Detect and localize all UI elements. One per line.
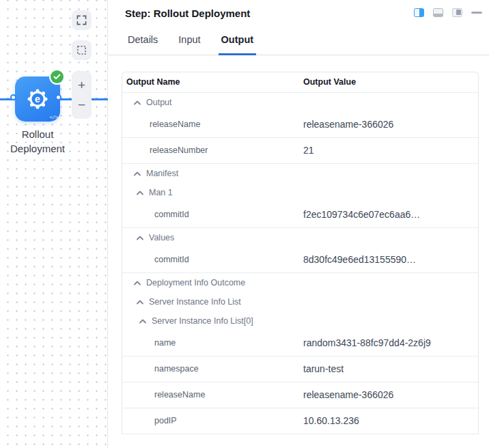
table-row[interactable]: Server Instance Info List[0] xyxy=(122,311,478,331)
group-label: Server Instance Info List[0] xyxy=(152,316,253,326)
group-label: Deployment Info Outcome xyxy=(146,278,245,288)
table-row[interactable]: Man 1 xyxy=(122,183,478,202)
column-header-output-value: Output Value xyxy=(303,77,478,87)
table-row: namerandom3431-88fc97dd4-2z6j9 xyxy=(122,331,478,356)
tab-bar: Details Input Output xyxy=(108,20,489,55)
output-value: f2ec109734c6e07ec6aa6… xyxy=(303,206,440,224)
group-label: Output xyxy=(146,98,172,107)
chevron-up-icon[interactable] xyxy=(137,300,143,305)
group-label: Man 1 xyxy=(149,188,173,197)
table-row[interactable]: Manifest xyxy=(122,164,478,183)
chevron-up-icon[interactable] xyxy=(137,236,143,240)
chevron-up-icon[interactable] xyxy=(134,281,141,285)
chevron-up-icon[interactable] xyxy=(134,100,141,105)
zoom-controls: + − xyxy=(72,71,92,119)
table-row[interactable]: Values xyxy=(122,228,478,247)
table-row: releaseNumber21 xyxy=(122,138,478,164)
table-row[interactable]: Deployment Info Outcome xyxy=(122,273,478,292)
output-table-body: OutputreleaseNamereleasename-366026relea… xyxy=(122,93,478,434)
output-value: releasename-366026 xyxy=(303,386,440,404)
output-value: releasename-366026 xyxy=(303,115,440,134)
output-name-label: commitId xyxy=(122,206,303,224)
fullscreen-icon xyxy=(76,15,87,25)
output-name-label: releaseNumber xyxy=(122,141,303,160)
chevron-up-icon[interactable] xyxy=(137,191,143,195)
output-name-label: namespace xyxy=(122,360,303,378)
zoom-in-button[interactable]: + xyxy=(72,77,92,94)
node-input-port[interactable] xyxy=(10,94,16,100)
table-row: releaseNamereleasename-366026 xyxy=(122,112,478,138)
group-label: Manifest xyxy=(146,169,178,178)
node-output-port[interactable] xyxy=(55,94,61,100)
table-row[interactable]: Server Instance Info List xyxy=(122,292,478,311)
node-label: Rollout Deployment xyxy=(2,127,73,156)
tab-output[interactable]: Output xyxy=(219,34,257,55)
table-row: commitIdf2ec109734c6e07ec6aa6… xyxy=(122,202,478,228)
output-name-label: releaseName xyxy=(122,386,303,404)
output-table: Output Name Output Value OutputreleaseNa… xyxy=(122,72,479,434)
group-label: Server Instance Info List xyxy=(149,297,241,307)
table-row[interactable]: Output xyxy=(122,93,478,112)
app-window: e </> Rollout Deployment + − xyxy=(0,0,489,448)
code-icon: </> xyxy=(50,114,57,120)
svg-text:e: e xyxy=(35,94,40,104)
output-name-label: commitId xyxy=(122,251,303,269)
pipeline-canvas[interactable]: e </> Rollout Deployment + − xyxy=(0,0,108,448)
marquee-select-button[interactable] xyxy=(72,40,92,60)
panel-title: Step: Rollout Deployment xyxy=(125,6,250,19)
layout-bottom-panel-icon[interactable] xyxy=(433,8,443,17)
step-detail-panel: Step: Rollout Deployment Details Input O… xyxy=(108,0,489,448)
table-row: namespacetarun-test xyxy=(122,356,478,382)
tab-details[interactable]: Details xyxy=(125,34,160,55)
table-row: podIP10.60.13.236 xyxy=(122,408,478,434)
zoom-out-button[interactable]: − xyxy=(72,97,92,113)
output-name-label: releaseName xyxy=(122,115,303,134)
table-row: releaseNamereleasename-366026 xyxy=(122,382,478,408)
collapse-panel-icon[interactable] xyxy=(471,12,482,14)
fit-view-button[interactable] xyxy=(72,10,92,30)
table-row: commitId8d30fc49e6ed13155590… xyxy=(122,247,478,273)
output-value: 21 xyxy=(303,141,440,160)
success-check-icon xyxy=(51,70,64,83)
rollout-deployment-node[interactable]: e </> xyxy=(15,76,60,122)
marquee-select-icon xyxy=(76,45,87,55)
output-value: random3431-88fc97dd4-2z6j9 xyxy=(303,334,440,352)
rollout-gear-icon: e xyxy=(26,87,49,111)
output-value: 8d30fc49e6ed13155590… xyxy=(303,251,440,269)
output-value: tarun-test xyxy=(303,360,440,378)
group-label: Values xyxy=(149,233,174,242)
layout-split-icon[interactable] xyxy=(414,8,424,17)
chevron-up-icon[interactable] xyxy=(139,319,146,324)
column-header-output-name: Output Name xyxy=(122,77,303,87)
output-value: 10.60.13.236 xyxy=(303,412,440,430)
output-name-label: podIP xyxy=(122,412,303,430)
table-header-row: Output Name Output Value xyxy=(122,72,478,93)
chevron-up-icon[interactable] xyxy=(134,171,141,176)
output-name-label: name xyxy=(122,334,303,352)
layout-right-panel-icon[interactable] xyxy=(452,8,462,17)
tab-input[interactable]: Input xyxy=(176,34,203,55)
